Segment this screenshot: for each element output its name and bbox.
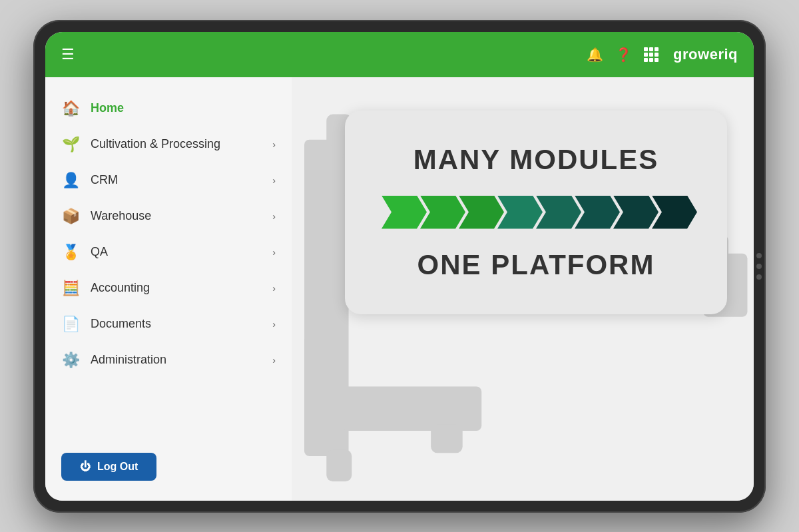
chevron-right-icon: › [272,175,276,186]
content-area: MANY MODULES ONE PLATFORM [292,77,754,501]
tablet-dot [756,274,762,280]
arrow-chevron [613,196,659,229]
svg-rect-5 [342,386,481,431]
topbar-left: ☰ [61,46,75,63]
tablet-dot [756,253,762,258]
arrows-row [382,196,690,229]
sidebar-item-home[interactable]: 🏠 Home [45,91,292,127]
warehouse-icon: 📦 [61,208,80,225]
brand-grid-icon [644,47,659,62]
tablet-dot [756,264,762,269]
chevron-right-icon: › [272,283,276,294]
sidebar-item-documents[interactable]: 📄 Documents › [45,306,292,342]
chevron-right-icon: › [272,139,276,150]
arrow-chevron [652,196,697,229]
hamburger-icon[interactable]: ☰ [61,46,75,63]
chevron-right-icon: › [272,247,276,258]
tablet-dots [756,253,762,280]
card-title: MANY MODULES [413,144,659,176]
arrow-chevron [575,196,620,229]
sidebar-item-crm[interactable]: 👤 CRM › [45,162,292,198]
svg-rect-0 [304,139,349,455]
tablet-screen: ☰ 🔔 ❓ groweriq 🏠 [45,32,754,501]
crm-icon: 👤 [61,172,80,189]
sidebar-item-label: Accounting [91,281,262,295]
topbar-right: 🔔 ❓ groweriq [587,46,738,63]
main-area: 🏠 Home 🌱 Cultivation & Processing › 👤 CR… [45,77,754,501]
help-icon[interactable]: ❓ [615,47,632,63]
main-card: MANY MODULES ONE PLATFORM [345,111,727,314]
sidebar-item-label: QA [91,245,262,259]
chevron-right-icon: › [272,211,276,222]
arrow-chevron [497,196,543,229]
svg-rect-6 [431,424,463,453]
sidebar: 🏠 Home 🌱 Cultivation & Processing › 👤 CR… [45,77,292,501]
cultivation-icon: 🌱 [61,136,80,153]
documents-icon: 📄 [61,316,80,333]
svg-rect-2 [326,449,352,481]
logout-label: Log Out [97,461,138,473]
logout-section: ⏻ Log Out [45,439,292,487]
topbar: ☰ 🔔 ❓ groweriq [45,32,754,77]
chevron-right-icon: › [272,355,276,366]
arrow-chevron [536,196,581,229]
sidebar-item-label: CRM [91,173,262,187]
sidebar-item-administration[interactable]: ⚙️ Administration › [45,342,292,378]
arrow-chevron [382,196,427,229]
accounting-icon: 🧮 [61,280,80,297]
notification-icon[interactable]: 🔔 [587,47,603,63]
logout-button[interactable]: ⏻ Log Out [61,453,156,481]
sidebar-item-qa[interactable]: 🏅 QA › [45,234,292,270]
sidebar-item-label: Documents [91,317,262,331]
tablet-frame: ☰ 🔔 ❓ groweriq 🏠 [33,20,766,513]
sidebar-item-cultivation[interactable]: 🌱 Cultivation & Processing › [45,127,292,162]
sidebar-item-label: Cultivation & Processing [91,137,262,151]
brand-name: groweriq [673,46,738,63]
chevron-right-icon: › [272,319,276,330]
sidebar-item-warehouse[interactable]: 📦 Warehouse › [45,198,292,234]
sidebar-item-label: Warehouse [91,209,262,223]
sidebar-item-accounting[interactable]: 🧮 Accounting › [45,270,292,306]
qa-icon: 🏅 [61,244,80,261]
sidebar-item-label: Home [91,101,276,115]
power-icon: ⏻ [80,461,91,473]
arrow-chevron [459,196,504,229]
administration-icon: ⚙️ [61,352,80,369]
home-icon: 🏠 [61,100,80,117]
nav-menu: 🏠 Home 🌱 Cultivation & Processing › 👤 CR… [45,91,292,439]
sidebar-item-label: Administration [91,353,262,367]
card-subtitle: ONE PLATFORM [417,249,655,281]
arrow-chevron [420,196,465,229]
